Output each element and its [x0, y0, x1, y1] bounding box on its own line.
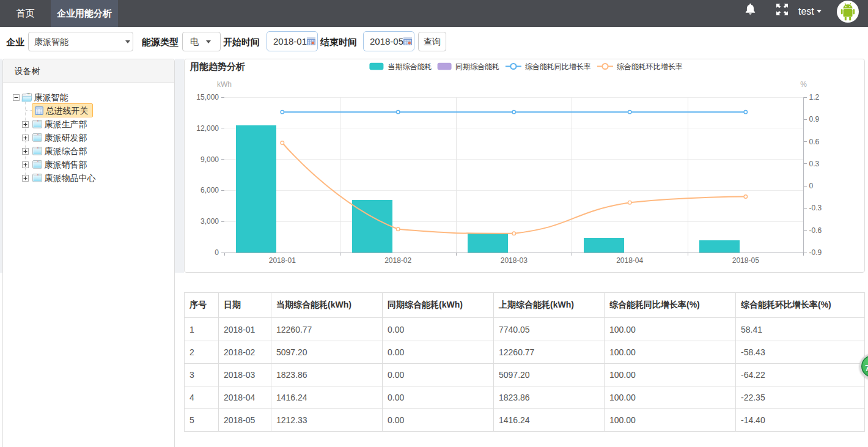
svg-text:1.2: 1.2 [809, 93, 820, 102]
svg-text:0: 0 [215, 248, 219, 257]
svg-text:2018-01: 2018-01 [269, 256, 296, 265]
svg-text:综合能耗同比增长率: 综合能耗同比增长率 [525, 62, 591, 71]
svg-text:2018-02: 2018-02 [384, 256, 411, 265]
svg-text:9,000: 9,000 [200, 155, 219, 164]
svg-text:-0.6: -0.6 [809, 226, 822, 235]
svg-text:同期综合能耗: 同期综合能耗 [455, 62, 499, 71]
svg-text:15,000: 15,000 [196, 93, 219, 102]
svg-text:0.3: 0.3 [809, 160, 820, 168]
svg-text:当期综合能耗: 当期综合能耗 [388, 62, 432, 71]
svg-text:综合能耗环比增长率: 综合能耗环比增长率 [617, 62, 683, 71]
svg-text:2018-03: 2018-03 [501, 256, 528, 265]
svg-text:-0.3: -0.3 [809, 204, 822, 212]
svg-text:%: % [800, 80, 807, 89]
svg-text:2018-04: 2018-04 [616, 256, 643, 265]
svg-text:-0.9: -0.9 [809, 248, 822, 257]
svg-text:3,000: 3,000 [200, 217, 219, 226]
svg-text:12,000: 12,000 [196, 124, 219, 133]
svg-text:2018-05: 2018-05 [732, 256, 759, 265]
svg-text:0: 0 [809, 182, 814, 190]
svg-text:0.6: 0.6 [809, 138, 820, 146]
svg-text:0.9: 0.9 [809, 115, 820, 124]
svg-text:6,000: 6,000 [200, 186, 219, 194]
svg-text:kWh: kWh [217, 80, 232, 89]
